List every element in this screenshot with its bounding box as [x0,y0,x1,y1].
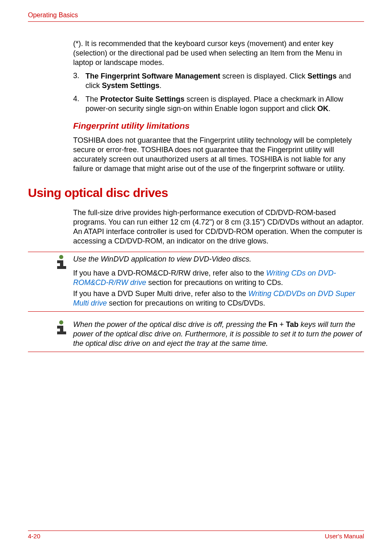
svg-rect-3 [57,266,66,269]
note1-para3: If you have a DVD Super Multi drive, ref… [73,289,364,308]
note1-para3-before: If you have a DVD Super Multi drive, ref… [73,290,248,298]
list3-bold2: Settings [307,72,337,80]
list-item-4: 4. The Protector Suite Settings screen i… [73,95,364,114]
list3-bold1: The Fingerprint Software Management [85,72,220,80]
main-heading: Using optical disc drives [28,186,364,200]
note-block-1: Use the WinDVD application to view DVD-V… [28,252,364,311]
note2-before1: When the power of the optical disc drive… [73,320,268,329]
list4-bold2: OK [317,104,328,113]
note2-bold2: Tab [286,320,299,329]
note1-para3-after: section for precautions on writing to CD… [107,299,265,307]
list3-bold3: System Settings [102,81,159,90]
note1-content: Use the WinDVD application to view DVD-V… [73,255,364,308]
list3-mid1: screen is displayed. Click [220,72,307,80]
list4-after: . [328,104,330,113]
list-number-4: 4. [73,95,85,114]
list-item-3: 3. The Fingerprint Software Management s… [73,72,364,90]
note-block-2: When the power of the optical disc drive… [28,317,364,352]
header-section-title: Operating Basics [28,12,78,19]
info-icon-2 [28,320,73,348]
note1-para2-after: section for precautions on writing to CD… [146,278,283,287]
svg-rect-7 [57,331,66,334]
note2-content: When the power of the optical disc drive… [73,320,364,348]
note2-bold1: Fn [268,320,277,329]
list3-after: . [159,81,161,90]
subsection-text: TOSHIBA does not guarantee that the Fing… [73,136,364,174]
list4-bold1: Protector Suite Settings [100,95,184,103]
page-footer: 4-20 User's Manual [28,531,364,540]
info-icon [28,255,73,308]
list-content-3: The Fingerprint Software Management scre… [85,72,364,90]
note1-para2: If you have a DVD-ROM&CD-R/RW drive, ref… [73,269,364,287]
main-text: The full-size drive provides high-perfor… [73,208,364,246]
footer-label: User's Manual [325,533,364,540]
subsection-heading: Fingerprint utility limitations [73,121,364,131]
page-header: Operating Basics [28,12,364,22]
intro-paragraph: (*). It is recommended that the keyboard… [73,39,364,67]
list-number-3: 3. [73,72,85,90]
list-content-4: The Protector Suite Settings screen is d… [85,95,364,114]
list4-before1: The [85,95,100,103]
note2-mid1: + [277,320,286,329]
svg-point-0 [59,255,63,259]
note1-para2-before: If you have a DVD-ROM&CD-R/RW drive, ref… [73,269,266,277]
page-number: 4-20 [28,533,40,540]
svg-point-4 [59,320,63,324]
note1-line1: Use the WinDVD application to view DVD-V… [73,255,364,264]
